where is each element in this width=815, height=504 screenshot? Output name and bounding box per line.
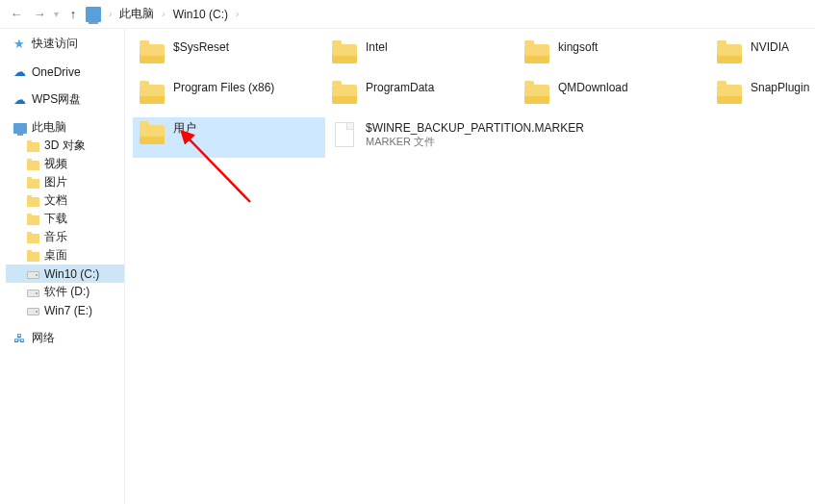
sidebar-item-label: Win10 (C:): [44, 267, 99, 281]
sidebar-item-drive_c[interactable]: Win10 (C:): [6, 265, 124, 283]
folder-icon: [27, 161, 39, 170]
sidebar-item-label: 下载: [44, 211, 67, 227]
file-icon: [331, 121, 358, 148]
sidebar-onedrive[interactable]: ☁ OneDrive: [6, 63, 124, 81]
network-icon: 🖧: [13, 332, 27, 345]
folder-icon: [27, 252, 39, 262]
item-meta: QMDownload: [558, 81, 628, 94]
main-area: ★ 快速访问 ☁ OneDrive ☁ WPS网盘 此电脑 3D 对象视频图片文…: [0, 29, 815, 504]
chevron-icon: ›: [107, 9, 114, 19]
sidebar-item-pictures[interactable]: 图片: [6, 173, 124, 191]
cloud-icon: ☁: [13, 65, 27, 79]
item-subtype: MARKER 文件: [366, 135, 584, 148]
folder-icon: [27, 215, 39, 225]
folder-icon: [523, 40, 550, 67]
sidebar-item-drive_d[interactable]: 软件 (D:): [6, 283, 124, 301]
sidebar-item-downloads[interactable]: 下载: [6, 210, 124, 228]
drive-icon: [27, 290, 39, 297]
folder-icon: [27, 179, 39, 189]
folder-item[interactable]: QMDownload: [518, 77, 710, 117]
folder-item[interactable]: 用户: [133, 117, 325, 158]
item-name: QMDownload: [558, 81, 628, 94]
sidebar-item-label: 视频: [44, 156, 67, 172]
folder-icon: [716, 40, 743, 67]
item-meta: ProgramData: [366, 81, 434, 94]
sidebar-item-music[interactable]: 音乐: [6, 228, 124, 246]
sidebar-label: 网络: [32, 330, 55, 346]
address-bar: ← → ▾ ↑ › 此电脑 › Win10 (C:) ›: [0, 0, 815, 29]
sidebar-network[interactable]: 🖧 网络: [6, 329, 124, 347]
sidebar-item-label: 文档: [44, 192, 67, 209]
back-button[interactable]: ←: [6, 4, 27, 25]
sidebar-label: 快速访问: [32, 36, 78, 52]
folder-item[interactable]: NVIDIA: [710, 37, 815, 77]
sidebar-item-label: 图片: [44, 174, 67, 190]
folder-icon: [716, 81, 743, 108]
item-name: Intel: [366, 40, 388, 54]
sidebar-item-documents[interactable]: 文档: [6, 191, 124, 210]
breadcrumb-this-pc[interactable]: 此电脑: [115, 4, 158, 24]
sidebar-item-3d[interactable]: 3D 对象: [6, 137, 124, 155]
sidebar-label: WPS网盘: [32, 91, 81, 108]
sidebar-label: 此电脑: [32, 119, 66, 136]
pc-icon: [13, 123, 27, 134]
item-name: ProgramData: [366, 81, 434, 94]
folder-item[interactable]: kingsoft: [518, 37, 710, 77]
sidebar-item-label: 3D 对象: [44, 138, 86, 154]
navigation-pane[interactable]: ★ 快速访问 ☁ OneDrive ☁ WPS网盘 此电脑 3D 对象视频图片文…: [0, 29, 125, 504]
item-name: SnapPlugin: [751, 81, 809, 94]
folder-item[interactable]: Intel: [325, 37, 518, 77]
star-icon: ★: [13, 38, 27, 51]
item-name: 用户: [173, 121, 196, 135]
item-meta: 用户: [173, 121, 196, 135]
folder-item[interactable]: ProgramData: [325, 77, 518, 117]
sidebar-wps[interactable]: ☁ WPS网盘: [6, 90, 124, 109]
sidebar-item-label: 音乐: [44, 229, 67, 245]
sidebar-item-label: 桌面: [44, 247, 67, 264]
item-name: kingsoft: [558, 40, 598, 54]
breadcrumb-drive[interactable]: Win10 (C:): [169, 6, 232, 23]
sidebar-item-label: Win7 (E:): [44, 304, 92, 317]
sidebar-quick-access[interactable]: ★ 快速访问: [6, 35, 124, 53]
folder-icon: [331, 40, 358, 67]
sidebar-label: OneDrive: [32, 65, 81, 79]
cloud-icon: ☁: [13, 93, 27, 107]
sidebar-item-drive_e[interactable]: Win7 (E:): [6, 301, 124, 319]
chevron-icon: ›: [160, 9, 166, 19]
folder-view[interactable]: $SysResetIntelkingsoftNVIDIAProgram File…: [125, 29, 815, 504]
item-meta: Program Files (x86): [173, 81, 274, 94]
this-pc-icon: [86, 7, 101, 22]
item-meta: $WINRE_BACKUP_PARTITION.MARKERMARKER 文件: [366, 121, 584, 148]
item-meta: kingsoft: [558, 40, 598, 54]
forward-button[interactable]: →: [29, 4, 50, 25]
file-item[interactable]: $WINRE_BACKUP_PARTITION.MARKERMARKER 文件: [325, 117, 518, 158]
item-name: $SysReset: [173, 40, 229, 54]
folder-item[interactable]: SnapPlugin: [710, 77, 815, 117]
item-name: NVIDIA: [751, 40, 789, 54]
folder-icon: [27, 234, 39, 243]
folder-icon: [523, 81, 550, 108]
sidebar-item-label: 软件 (D:): [44, 284, 89, 300]
sidebar-item-videos[interactable]: 视频: [6, 155, 124, 173]
item-meta: SnapPlugin: [751, 81, 809, 94]
folder-icon: [331, 81, 358, 108]
item-meta: $SysReset: [173, 40, 229, 54]
item-name: $WINRE_BACKUP_PARTITION.MARKER: [366, 121, 584, 135]
item-name: Program Files (x86): [173, 81, 274, 94]
folder-icon: [139, 121, 166, 148]
folder-icon: [139, 81, 166, 108]
drive-icon: [27, 271, 39, 279]
folder-item[interactable]: Program Files (x86): [133, 77, 325, 117]
folder-item[interactable]: $SysReset: [133, 37, 325, 77]
item-meta: Intel: [366, 40, 388, 54]
folder-icon: [27, 197, 39, 207]
folder-icon: [139, 40, 166, 67]
sidebar-this-pc[interactable]: 此电脑: [6, 118, 124, 137]
folder-icon: [27, 142, 39, 152]
nav-separator: ▾: [52, 9, 61, 19]
sidebar-item-desktop[interactable]: 桌面: [6, 246, 124, 265]
item-meta: NVIDIA: [751, 40, 789, 54]
chevron-icon: ›: [234, 9, 241, 19]
up-button[interactable]: ↑: [63, 4, 84, 25]
drive-icon: [27, 308, 39, 315]
